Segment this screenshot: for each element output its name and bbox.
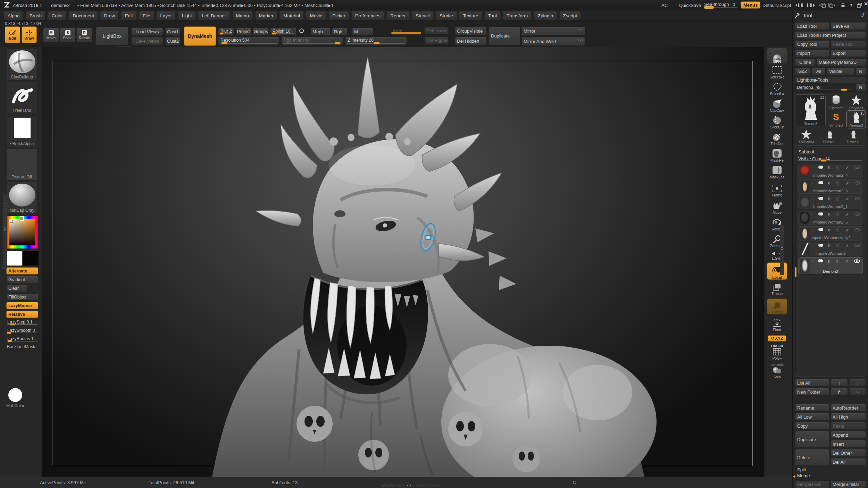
blur-slider[interactable]: Blur 2 [218, 28, 234, 35]
auto-reorder-button[interactable]: AutoReorder [831, 404, 866, 412]
tool-r-button[interactable]: R [856, 84, 866, 91]
menu-file[interactable]: File [139, 11, 154, 20]
move-into-folder-button[interactable]: ↳ [849, 388, 866, 396]
relative-button[interactable]: Relative [6, 311, 38, 318]
resolution-slider[interactable]: Resolution 504 [218, 37, 279, 45]
ui-contrast-icon[interactable] [836, 259, 840, 263]
subtool-row-selected[interactable]: ↓ Demon3 [799, 258, 862, 274]
paste-subtool-button[interactable]: Paste [831, 422, 866, 430]
tray-rotate-button[interactable]: Rotate [766, 218, 788, 231]
menu-movie[interactable]: Movie [306, 11, 326, 20]
tool-thumb-tpose1[interactable]: TPose1_ [819, 129, 841, 144]
menu-document[interactable]: Document [69, 11, 98, 20]
del-other-button[interactable]: Del Other [831, 449, 866, 457]
ac-button[interactable]: AC [661, 3, 668, 8]
menu-alpha[interactable]: Alpha [4, 11, 24, 20]
del-all-button[interactable]: Del All [831, 458, 866, 466]
rgb-button[interactable]: Rgb [332, 28, 347, 35]
active-tool-slider[interactable]: Demon3. 48 [794, 84, 854, 92]
m-button[interactable]: M [352, 28, 374, 35]
rgb-intensity-slider[interactable]: Rgb Intensity [281, 37, 343, 45]
subtool-up-button[interactable]: ↑ [831, 379, 848, 387]
active-tool-handle[interactable] [841, 89, 847, 91]
dock-right-icon[interactable] [828, 3, 835, 8]
menu-material[interactable]: Material [279, 11, 304, 20]
subtool-down-button[interactable]: ↓ [849, 379, 866, 387]
polish-handle[interactable] [272, 32, 277, 35]
subtool-row[interactable]: ↓ ImpaledWoman2_4 [799, 164, 862, 178]
tray-zoom3d-button[interactable]: Zoom3D [766, 235, 788, 248]
stroke-selector[interactable]: FreeHand [6, 82, 37, 114]
paste-tool-button[interactable]: Paste Tool [831, 40, 866, 48]
cust1-button[interactable]: Cust1 [165, 28, 181, 36]
resolution-handle[interactable] [221, 42, 227, 44]
save-as-button[interactable]: Save As [831, 22, 866, 30]
load-tool-button[interactable]: Load Tool [795, 22, 829, 30]
lazy-smooth-slider[interactable]: LazySmooth 0 [5, 327, 40, 335]
tray-local-button[interactable]: Local [766, 262, 788, 280]
ui-contrast-icon[interactable] [836, 244, 840, 247]
goz-button[interactable]: GoZ [795, 67, 810, 75]
lazy-smooth-handle[interactable] [7, 331, 11, 334]
blur-handle[interactable] [219, 32, 224, 35]
secondary-color-swatch[interactable] [23, 251, 39, 266]
polypaint-toggle-icon[interactable] [818, 243, 823, 247]
dock-left-icon[interactable] [819, 3, 826, 8]
visibility-eye-icon[interactable] [854, 212, 860, 216]
list-all-button[interactable]: List All [795, 379, 829, 387]
split-section-header[interactable]: Split [797, 467, 806, 472]
mirror-and-weld-button[interactable]: Mirror And Weld x y z [521, 37, 585, 46]
sv-cursor[interactable] [10, 220, 13, 223]
menu-layer[interactable]: Layer [156, 11, 176, 20]
sculpt-brush-icon[interactable] [845, 212, 849, 216]
ui-contrast-icon[interactable] [836, 212, 840, 216]
lazy-radius-handle[interactable] [7, 340, 12, 342]
menu-light[interactable]: Light [178, 11, 196, 20]
menu-macro[interactable]: Macro [232, 11, 253, 20]
ui-contrast-icon[interactable] [836, 181, 840, 185]
polyframe-toggle-icon[interactable]: ↓ [811, 181, 813, 185]
sv-square[interactable] [9, 219, 35, 245]
alpha-selector[interactable]: ~BrushAlpha [6, 115, 37, 147]
goz-visible-button[interactable]: Visible [827, 67, 854, 75]
visibility-eye-icon[interactable] [854, 228, 860, 232]
dynamesh-button[interactable]: DynaMesh [184, 26, 216, 46]
ui-circle-icon[interactable] [828, 213, 831, 216]
subtool-row[interactable]: ↓ ImpaledWoman2_1 [799, 195, 862, 209]
ui-circle-icon[interactable] [828, 197, 831, 200]
draw-button[interactable]: Draw [22, 26, 37, 43]
xyz-chip[interactable]: ↺XYZ [768, 335, 786, 342]
tool-thumb-demon3-small[interactable]: 13 Demon3 [846, 110, 866, 128]
lazy-step-slider[interactable]: LazyStep 0.1 [5, 319, 40, 326]
move-out-folder-button[interactable]: ↱ [831, 388, 848, 396]
visible-count-handle[interactable] [820, 159, 827, 162]
polypaint-toggle-icon[interactable] [818, 196, 823, 201]
clone-button[interactable]: Clone [795, 58, 815, 66]
sdiv-bar[interactable] [391, 32, 421, 34]
ui-contrast-icon[interactable] [836, 166, 840, 169]
subtool-scrollbar-thumb[interactable] [795, 267, 796, 277]
export-button[interactable]: Export [831, 49, 866, 57]
menu-left-banner[interactable]: Left Banner [198, 11, 230, 20]
visibility-eye-icon[interactable] [854, 166, 860, 169]
del-hidden-button[interactable]: Del Hidden [455, 37, 487, 45]
tray-mask-pen-button[interactable]: MaskPe [766, 149, 788, 162]
menu-brush[interactable]: Brush [26, 11, 45, 20]
new-folder-button[interactable]: New Folder [795, 388, 829, 396]
scale-button[interactable]: S Scale [60, 28, 76, 42]
mirror-button[interactable]: Mirror x y z [521, 27, 585, 35]
tray-polyf-button[interactable]: Line Fill PolyF [766, 344, 788, 360]
visibility-eye-icon[interactable] [854, 181, 860, 185]
close-icon[interactable]: × [864, 0, 868, 8]
goz-all-button[interactable]: All [812, 67, 826, 75]
clear-button[interactable]: Clear [6, 285, 28, 292]
minimize-icon[interactable] [849, 3, 854, 8]
flat-color-material-icon[interactable] [8, 388, 22, 402]
visibility-eye-icon[interactable] [854, 259, 860, 263]
group-visible-button[interactable]: GroupVisible [455, 27, 487, 35]
menu-marker[interactable]: Marker [255, 11, 277, 20]
polyframe-toggle-icon[interactable]: ↓ [811, 228, 813, 232]
hue-cursor[interactable] [19, 216, 24, 221]
tray-select-lasso-button[interactable]: SelectLa [766, 82, 788, 96]
menus-toggle[interactable]: Menus [741, 1, 760, 9]
